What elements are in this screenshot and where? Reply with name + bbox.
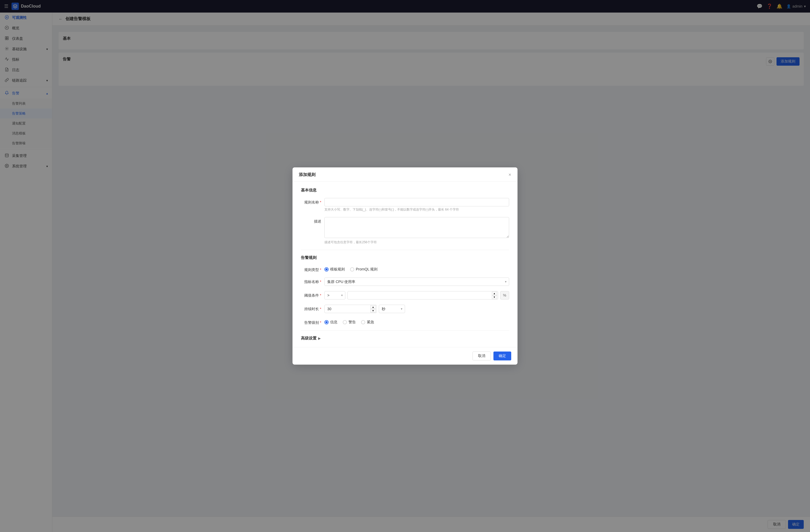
advanced-divider [301, 330, 509, 331]
threshold-increment-button[interactable]: ▲ [492, 292, 497, 295]
operator-select[interactable]: > >= < <= [324, 291, 345, 299]
advanced-settings-label: 高级设置 [301, 336, 317, 341]
advanced-settings-toggle[interactable]: 高级设置 ▶ [301, 336, 509, 341]
info-radio-circle [324, 320, 329, 324]
metric-name-label: 指标名称 [301, 278, 324, 284]
duration-decrement-button[interactable]: ▼ [371, 309, 376, 313]
threshold-decrement-button[interactable]: ▼ [492, 295, 497, 299]
threshold-unit: % [500, 291, 509, 299]
warning-radio-label: 警告 [349, 320, 356, 325]
description-input[interactable] [324, 217, 509, 238]
rule-type-label: 规则类型 [301, 265, 324, 272]
alert-rules-section-title: 告警规则 [301, 255, 509, 260]
threshold-label: 阈值条件 [301, 291, 324, 298]
description-hint: 描述可包含任意字符，最长256个字符 [324, 240, 509, 245]
duration-input[interactable] [324, 305, 377, 313]
rule-name-label: 规则名称 [301, 198, 324, 205]
description-row: 描述 描述可包含任意字符，最长256个字符 [301, 217, 509, 245]
dialog-footer: 取消 确定 [292, 347, 518, 365]
threshold-content: > >= < <= ▾ ▲ ▼ [324, 291, 509, 299]
template-radio-circle [324, 267, 329, 271]
rule-name-input[interactable] [324, 198, 509, 206]
duration-content: ▲ ▼ 秒 分钟 小时 ▾ [324, 305, 509, 313]
rule-type-template[interactable]: 模板规则 [324, 267, 345, 272]
threshold-value-input[interactable] [347, 291, 498, 299]
duration-controls: ▲ ▼ 秒 分钟 小时 ▾ [324, 305, 509, 313]
alert-level-row: 告警级别 信息 警告 紧急 [301, 318, 509, 325]
alert-level-content: 信息 警告 紧急 [324, 318, 509, 325]
level-info[interactable]: 信息 [324, 320, 338, 325]
rule-type-radio-group: 模板规则 PromQL 规则 [324, 265, 509, 272]
alert-level-label: 告警级别 [301, 318, 324, 325]
alert-level-radio-group: 信息 警告 紧急 [324, 318, 509, 325]
dialog-confirm-button[interactable]: 确定 [493, 351, 511, 361]
warning-radio-circle [343, 320, 347, 324]
template-radio-label: 模板规则 [330, 267, 345, 272]
dialog-cancel-button[interactable]: 取消 [472, 351, 491, 361]
metric-name-select-wrapper: 集群 CPU 使用率 集群内存使用率 节点 CPU 使用率 ▾ [324, 278, 509, 286]
dialog-close-button[interactable]: × [508, 172, 511, 178]
section-divider [301, 250, 509, 250]
dialog-title: 添加规则 [299, 172, 315, 178]
critical-radio-label: 紧急 [367, 320, 374, 325]
threshold-row: 阈值条件 > >= < <= ▾ [301, 291, 509, 299]
promql-radio-label: PromQL 规则 [356, 267, 378, 272]
add-rule-dialog: 添加规则 × 基本信息 规则名称 支持大小写、数字、下划线(_)、连字符(-)和… [292, 167, 518, 365]
rule-type-content: 模板规则 PromQL 规则 [324, 265, 509, 272]
modal-overlay: 添加规则 × 基本信息 规则名称 支持大小写、数字、下划线(_)、连字符(-)和… [0, 0, 810, 532]
metric-name-select[interactable]: 集群 CPU 使用率 集群内存使用率 节点 CPU 使用率 [324, 278, 509, 286]
info-radio-label: 信息 [330, 320, 338, 325]
level-critical[interactable]: 紧急 [361, 320, 374, 325]
duration-row: 持续时长 ▲ ▼ 秒 分钟 [301, 305, 509, 313]
rule-name-content: 支持大小写、数字、下划线(_)、连字符(-)和冒号(:)，不能以数字或连字符(-… [324, 198, 509, 212]
rule-name-row: 规则名称 支持大小写、数字、下划线(_)、连字符(-)和冒号(:)，不能以数字或… [301, 198, 509, 212]
basic-info-section-title: 基本信息 [301, 188, 509, 193]
operator-select-wrapper: > >= < <= ▾ [324, 291, 345, 299]
duration-unit-select[interactable]: 秒 分钟 小时 [379, 305, 405, 313]
rule-type-row: 规则类型 模板规则 PromQL 规则 [301, 265, 509, 272]
metric-name-row: 指标名称 集群 CPU 使用率 集群内存使用率 节点 CPU 使用率 ▾ [301, 278, 509, 286]
metric-name-content: 集群 CPU 使用率 集群内存使用率 节点 CPU 使用率 ▾ [324, 278, 509, 286]
threshold-controls: > >= < <= ▾ ▲ ▼ [324, 291, 509, 299]
level-warning[interactable]: 警告 [343, 320, 356, 325]
dialog-header: 添加规则 × [292, 167, 518, 182]
description-content: 描述可包含任意字符，最长256个字符 [324, 217, 509, 245]
description-label: 描述 [301, 217, 324, 224]
rule-name-hint: 支持大小写、数字、下划线(_)、连字符(-)和冒号(:)，不能以数字或连字符(-… [324, 207, 509, 212]
critical-radio-circle [361, 320, 365, 324]
rule-type-promql[interactable]: PromQL 规则 [350, 267, 378, 272]
duration-label: 持续时长 [301, 305, 324, 312]
promql-radio-circle [350, 267, 354, 271]
advanced-arrow-icon: ▶ [318, 337, 321, 340]
dialog-body: 基本信息 规则名称 支持大小写、数字、下划线(_)、连字符(-)和冒号(:)，不… [292, 182, 518, 347]
duration-increment-button[interactable]: ▲ [371, 305, 376, 309]
duration-unit-wrapper: 秒 分钟 小时 ▾ [379, 305, 405, 313]
